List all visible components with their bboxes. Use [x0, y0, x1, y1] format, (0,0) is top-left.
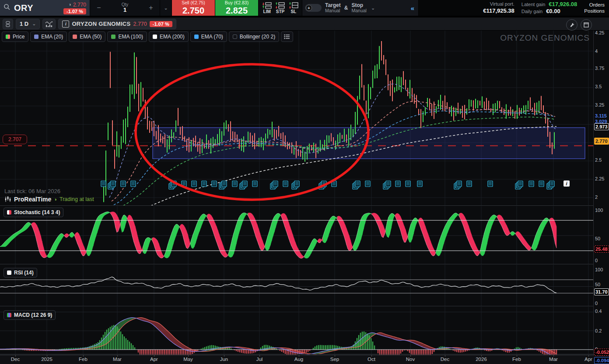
news-icon[interactable]	[219, 181, 227, 189]
bracket-toggle[interactable]: +	[305, 4, 322, 12]
lim-order-button[interactable]: LIM	[262, 2, 272, 14]
legend-item-ema-20[interactable]: EMA (20)	[30, 31, 67, 42]
news-icon[interactable]	[192, 181, 196, 187]
legend-swatch	[153, 35, 157, 39]
qty-dropdown[interactable]: ⌄	[160, 0, 172, 16]
stochastic-pane[interactable]	[0, 206, 593, 264]
time-tick	[588, 355, 589, 357]
sl-order-button[interactable]: SL	[289, 2, 298, 14]
virtual-portfolio: Virtual port. €117,925.38	[483, 1, 514, 14]
price-tick-label: 2.25	[595, 176, 604, 181]
stop-mode: Manual	[351, 8, 366, 14]
time-tick-label: Apr	[584, 357, 592, 362]
news-icon[interactable]	[202, 181, 206, 187]
macd-value-label: -0.052	[594, 349, 609, 356]
legend-swatch	[73, 35, 77, 39]
sell-button[interactable]: Sell (€2.75) 2.750	[172, 0, 215, 16]
stp-order-button[interactable]: STP	[275, 2, 285, 14]
alert-price-label[interactable]: 2.707	[3, 135, 27, 144]
drag-handle-icon[interactable]	[3, 19, 13, 29]
news-icon[interactable]	[488, 181, 493, 187]
news-icon[interactable]	[292, 181, 299, 189]
pane-separator[interactable]	[0, 264, 593, 264]
legend-item-ema-100[interactable]: EMA (100)	[107, 31, 147, 42]
news-icon[interactable]	[232, 181, 237, 187]
time-tick	[553, 355, 554, 357]
news-icon[interactable]	[283, 181, 288, 187]
last-tick: Last tick: 06 Mar 2026	[4, 188, 94, 194]
chart-info-icon[interactable]: i	[564, 180, 570, 187]
news-icon[interactable]	[212, 181, 217, 187]
pane-separator[interactable]	[0, 205, 593, 206]
trading-at-last: Trading at last	[60, 196, 94, 202]
news-icon[interactable]	[270, 181, 278, 189]
time-tick-label: Feb	[79, 357, 88, 362]
news-icon[interactable]	[454, 181, 462, 189]
chevron-down-icon: ⌄	[32, 21, 36, 27]
qty-plus-button[interactable]: +	[142, 4, 160, 12]
news-icon[interactable]	[529, 181, 534, 187]
legend-item-ema-50[interactable]: EMA (50)	[69, 31, 105, 42]
window-layout-button[interactable]	[581, 19, 592, 31]
target-label: Target	[325, 3, 341, 8]
news-icon[interactable]	[121, 181, 126, 187]
list-icon	[284, 34, 290, 39]
news-icon[interactable]	[539, 181, 544, 187]
rsi-tick-label: 50	[595, 282, 600, 287]
rsi-header[interactable]: RSI (14)	[4, 268, 37, 277]
news-icon[interactable]	[353, 181, 360, 189]
stochastic-header[interactable]: Stochastic (14 3 4)	[4, 208, 63, 217]
qty-minus-button[interactable]: −	[90, 4, 108, 12]
legend-item-ema-70[interactable]: EMA (70)	[190, 31, 227, 42]
time-axis[interactable]: Dec2025FebMarAprMayJunJulAugSepOctNovDec…	[0, 355, 609, 364]
news-icon[interactable]	[406, 181, 410, 187]
bracket-dropdown[interactable]: ⌄	[371, 5, 375, 11]
news-icon[interactable]	[417, 181, 422, 187]
news-icon[interactable]	[547, 181, 554, 189]
time-tick	[259, 355, 260, 357]
stochastic-swatch	[7, 210, 11, 215]
search-icon[interactable]	[4, 3, 10, 12]
stochastic-tick-label: 0	[595, 258, 598, 263]
rsi-pane[interactable]	[0, 265, 593, 306]
positions-link[interactable]: Positions	[584, 8, 605, 14]
news-icon[interactable]	[101, 181, 106, 187]
news-icon[interactable]	[383, 181, 391, 189]
buy-button[interactable]: Buy (€2.83) 2.825	[215, 0, 258, 16]
collapse-panel-button[interactable]: «	[407, 0, 418, 16]
news-icon[interactable]	[108, 181, 116, 189]
bracket-order-section[interactable]: + Target Manual & Stop Manual ⌄	[302, 0, 407, 16]
main-price-chart[interactable]: i	[0, 31, 593, 205]
news-icon[interactable]	[365, 181, 370, 187]
stp-icon	[275, 2, 285, 9]
news-icon[interactable]	[131, 181, 136, 187]
orders-link[interactable]: Orders	[589, 2, 605, 8]
time-tick-label: Dec	[441, 357, 449, 362]
news-icon[interactable]	[240, 181, 247, 189]
orders-positions-nav: Orders Positions	[584, 2, 605, 14]
pane-separator[interactable]	[0, 306, 593, 306]
daily-gain-value: €0.00	[546, 8, 560, 15]
price-axis[interactable]: 4.2543.753.53.252.52.2523.1153.0292.9732…	[593, 31, 609, 355]
macd-header[interactable]: MACD (12 26 9)	[4, 310, 56, 320]
legend-item-price[interactable]: Price	[2, 31, 28, 42]
news-icon[interactable]	[396, 181, 400, 187]
price-tick-label: 3.75	[595, 66, 604, 71]
legend-swatch	[233, 35, 237, 39]
macd-pane[interactable]	[0, 307, 593, 355]
news-icon[interactable]	[467, 181, 472, 187]
settings-wrench-button[interactable]	[566, 19, 578, 31]
indicator-list-button[interactable]	[281, 31, 293, 42]
chart-type-button[interactable]	[42, 19, 56, 29]
top-bar: ORY ◑2.770 -1.07 % − Qty 1 + ⌄ Sell (€2.…	[0, 0, 609, 17]
legend-item-ema-200[interactable]: EMA (200)	[149, 31, 189, 42]
news-icon[interactable]	[252, 181, 257, 187]
price-tick-label: 4	[595, 49, 598, 54]
stochastic-tick-label: 50	[595, 236, 600, 241]
instrument-price: 2.770	[133, 21, 147, 27]
legend-item-bollinger-20-2[interactable]: Bollinger (20 2)	[229, 31, 279, 42]
time-tick	[481, 355, 482, 357]
order-type-section: LIM STP SL	[258, 0, 302, 16]
instrument-tab[interactable]: i ORYZON GENOMICS 2.770 -1.07 %	[58, 19, 176, 29]
timeframe-selector[interactable]: 1 D ⌄	[16, 19, 40, 29]
